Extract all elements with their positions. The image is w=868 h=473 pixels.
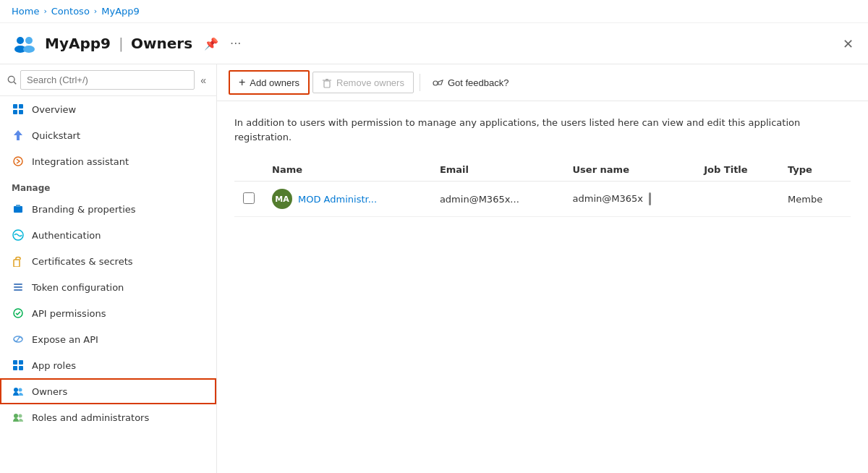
svg-rect-7 bbox=[19, 104, 23, 108]
search-icon bbox=[7, 75, 17, 85]
sidebar-item-integration[interactable]: Integration assistant bbox=[0, 148, 216, 174]
row-type-cell: Membe bbox=[779, 182, 851, 217]
sidebar-label-branding: Branding & properties bbox=[32, 204, 136, 215]
remove-owners-label: Remove owners bbox=[336, 77, 404, 88]
svg-point-1 bbox=[25, 37, 33, 44]
avatar: MA bbox=[272, 189, 292, 209]
token-icon bbox=[12, 281, 25, 294]
sidebar-label-expose-api: Expose an API bbox=[32, 334, 98, 345]
trash-icon bbox=[322, 77, 332, 88]
sidebar-item-owners[interactable]: Owners bbox=[0, 378, 216, 404]
svg-rect-13 bbox=[14, 260, 20, 267]
row-checkbox-cell[interactable] bbox=[234, 182, 263, 217]
sidebar-item-app-roles[interactable]: App roles bbox=[0, 352, 216, 378]
svg-point-0 bbox=[17, 37, 24, 44]
svg-rect-29 bbox=[326, 79, 328, 80]
col-name: Name bbox=[263, 158, 431, 182]
sidebar-label-certificates: Certificates & secrets bbox=[32, 256, 133, 267]
name-link[interactable]: MOD Administr... bbox=[298, 194, 377, 205]
owners-table: Name Email User name Job Title Type MA M… bbox=[234, 158, 851, 217]
svg-rect-20 bbox=[19, 360, 23, 365]
feedback-button[interactable]: Got feedback? bbox=[426, 72, 515, 93]
svg-point-3 bbox=[23, 46, 35, 53]
sidebar-item-token[interactable]: Token configuration bbox=[0, 274, 216, 300]
sidebar-item-quickstart[interactable]: Quickstart bbox=[0, 122, 216, 148]
roles-admins-icon bbox=[12, 411, 25, 424]
plus-icon: + bbox=[239, 76, 245, 89]
app-header: MyApp9 | Owners 📌 ··· ✕ bbox=[0, 23, 868, 64]
table-row: MA MOD Administr... admin@M365x... admin… bbox=[234, 182, 851, 217]
sidebar-label-owners: Owners bbox=[32, 386, 67, 397]
feedback-label: Got feedback? bbox=[448, 77, 509, 88]
sidebar-item-expose-api[interactable]: Expose an API bbox=[0, 326, 216, 352]
row-name-cell: MA MOD Administr... bbox=[263, 182, 431, 217]
more-options-icon[interactable]: ··· bbox=[227, 34, 244, 54]
api-permissions-icon bbox=[12, 307, 25, 320]
breadcrumb-sep-2: › bbox=[94, 7, 97, 16]
sidebar-item-authentication[interactable]: Authentication bbox=[0, 222, 216, 248]
svg-rect-9 bbox=[19, 110, 23, 114]
svg-rect-6 bbox=[13, 104, 17, 108]
sidebar-label-token: Token configuration bbox=[32, 282, 124, 293]
toolbar-separator bbox=[420, 74, 420, 91]
sidebar-label-api-permissions: API permissions bbox=[32, 308, 106, 319]
svg-rect-16 bbox=[14, 289, 22, 291]
certificates-icon bbox=[12, 255, 25, 268]
add-owners-label: Add owners bbox=[250, 77, 299, 88]
sidebar-label-quickstart: Quickstart bbox=[32, 130, 80, 141]
manage-section-label: Manage bbox=[0, 174, 216, 196]
breadcrumb-sep-1: › bbox=[43, 7, 46, 16]
breadcrumb-contoso[interactable]: Contoso bbox=[51, 6, 90, 17]
svg-rect-14 bbox=[14, 284, 22, 285]
table-header-row: Name Email User name Job Title Type bbox=[234, 158, 851, 182]
app-title: MyApp9 | Owners bbox=[45, 35, 192, 52]
svg-rect-22 bbox=[19, 366, 23, 370]
col-jobtitle: Job Title bbox=[695, 158, 779, 182]
add-owners-button[interactable]: + Add owners bbox=[229, 70, 310, 95]
svg-line-5 bbox=[14, 82, 16, 84]
sidebar-item-roles-admins[interactable]: Roles and administrators bbox=[0, 404, 216, 430]
svg-rect-19 bbox=[13, 360, 17, 365]
svg-point-24 bbox=[19, 388, 22, 392]
owners-icon bbox=[12, 385, 25, 398]
main-layout: « Overview Quickstart Integration assist… bbox=[0, 64, 868, 473]
sidebar-item-api-permissions[interactable]: API permissions bbox=[0, 300, 216, 326]
overview-icon bbox=[12, 103, 25, 116]
svg-point-4 bbox=[8, 76, 14, 82]
authentication-icon bbox=[12, 229, 25, 242]
row-username-cell: admin@M365x bbox=[564, 182, 696, 217]
header-actions: 📌 ··· bbox=[201, 34, 244, 54]
sidebar-label-app-roles: App roles bbox=[32, 360, 76, 371]
sidebar-item-overview[interactable]: Overview bbox=[0, 96, 216, 122]
row-checkbox[interactable] bbox=[243, 192, 255, 204]
svg-point-26 bbox=[19, 414, 22, 418]
pin-icon[interactable]: 📌 bbox=[201, 34, 221, 54]
remove-owners-button[interactable]: Remove owners bbox=[312, 72, 414, 93]
sidebar-label-integration: Integration assistant bbox=[32, 156, 129, 167]
app-icon bbox=[12, 30, 38, 56]
breadcrumb-app[interactable]: MyApp9 bbox=[101, 6, 140, 17]
sidebar-item-certificates[interactable]: Certificates & secrets bbox=[0, 248, 216, 274]
sidebar-label-overview: Overview bbox=[32, 104, 76, 115]
breadcrumb-home[interactable]: Home bbox=[12, 6, 39, 17]
svg-rect-21 bbox=[13, 366, 17, 370]
row-email-cell: admin@M365x... bbox=[431, 182, 564, 217]
content-area: + Add owners Remove owners Got feedback?… bbox=[217, 64, 868, 473]
sidebar-label-authentication: Authentication bbox=[32, 230, 101, 241]
col-username: User name bbox=[564, 158, 696, 182]
breadcrumb: Home › Contoso › MyApp9 bbox=[0, 0, 868, 23]
sidebar: « Overview Quickstart Integration assist… bbox=[0, 64, 217, 473]
toolbar: + Add owners Remove owners Got feedback? bbox=[217, 64, 868, 101]
svg-point-10 bbox=[14, 157, 22, 166]
svg-point-25 bbox=[14, 414, 18, 418]
search-input[interactable] bbox=[20, 70, 195, 90]
col-type: Type bbox=[779, 158, 851, 182]
col-divider bbox=[649, 192, 651, 205]
collapse-button[interactable]: « bbox=[197, 72, 209, 89]
app-roles-icon bbox=[12, 359, 25, 372]
sidebar-item-branding[interactable]: Branding & properties bbox=[0, 196, 216, 222]
sidebar-label-roles-admins: Roles and administrators bbox=[32, 412, 149, 423]
svg-rect-11 bbox=[14, 206, 22, 213]
close-icon[interactable]: ✕ bbox=[840, 33, 856, 54]
svg-point-30 bbox=[433, 81, 438, 85]
